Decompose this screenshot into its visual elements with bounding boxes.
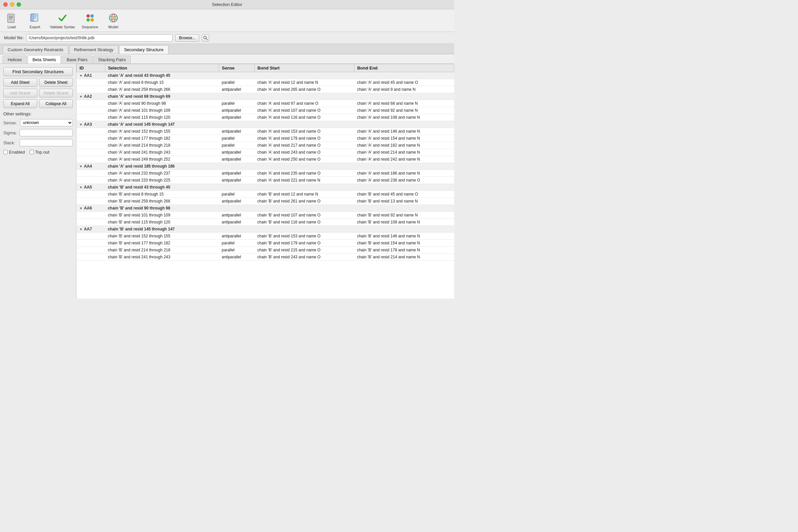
row-sense-cell: antiparallel (219, 170, 255, 177)
table-row[interactable]: chain 'A' and resid 232 through 237 anti… (77, 170, 454, 177)
tab-secondary-structure[interactable]: Secondary Structure (119, 45, 169, 54)
maximize-button[interactable] (17, 2, 21, 7)
row-selection-cell: chain 'B' and resid 115 through 120 (105, 219, 219, 226)
table-row[interactable]: chain 'A' and resid 177 through 182 para… (77, 135, 454, 142)
tab-base-pairs[interactable]: Base Pairs (61, 56, 92, 63)
group-bond-end-cell (355, 72, 454, 79)
table-row[interactable]: chain 'A' and resid 101 through 109 anti… (77, 107, 454, 114)
group-selection-cell: chain 'A' and resid 43 through 45 (105, 72, 219, 79)
svg-rect-9 (34, 18, 36, 19)
slack-input[interactable] (20, 139, 73, 146)
table-row[interactable]: chain 'A' and resid 249 through 252 anti… (77, 156, 454, 163)
table-row[interactable]: ▼AA4 chain 'A' and resid 185 through 186 (77, 163, 454, 170)
load-icon (6, 12, 18, 24)
table-row[interactable]: ▼AA2 chain 'A' and resid 68 through 69 (77, 93, 454, 100)
top-out-checkbox[interactable] (30, 150, 34, 154)
row-sense-cell: antiparallel (219, 219, 255, 226)
row-selection-cell: chain 'A' and resid 232 through 237 (105, 170, 219, 177)
enabled-checkbox[interactable] (3, 150, 8, 154)
toolbar: Load Export Validate Syntax (0, 9, 454, 32)
table-row[interactable]: chain 'A' and resid 214 through 218 para… (77, 142, 454, 149)
search-button[interactable] (202, 34, 209, 41)
table-row[interactable]: ▼AA5 chain 'B' and resid 43 through 45 (77, 184, 454, 191)
collapse-all-button[interactable]: Collapse All (39, 99, 73, 108)
group-bond-start-cell (255, 121, 355, 128)
svg-rect-3 (9, 19, 12, 19)
table-row[interactable]: chain 'B' and resid 259 through 266 anti… (77, 198, 454, 205)
table-row[interactable]: chain 'A' and resid 241 through 243 anti… (77, 149, 454, 156)
group-selection-cell: chain 'B' and resid 145 through 147 (105, 226, 219, 233)
table-row[interactable]: chain 'A' and resid 115 through 120 anti… (77, 114, 454, 121)
add-sheet-button[interactable]: Add Sheet (3, 78, 37, 87)
table-row[interactable]: ▼AA1 chain 'A' and resid 43 through 45 (77, 72, 454, 79)
row-id-cell (77, 86, 106, 93)
load-button[interactable]: Load (3, 12, 20, 29)
tab-helices[interactable]: Helices (3, 56, 27, 63)
row-bond-start-cell: chain 'B' and resid 261 and name O (255, 198, 355, 205)
sense-select[interactable]: unknown parallel antiparallel (20, 119, 73, 126)
row-bond-start-cell: chain 'B' and resid 153 and name O (255, 233, 355, 240)
export-button[interactable]: Export (26, 12, 43, 29)
tab-refinement-strategy[interactable]: Refinement Strategy (69, 45, 119, 54)
row-sense-cell: antiparallel (219, 128, 255, 135)
table-row[interactable]: chain 'B' and resid 152 through 155 anti… (77, 233, 454, 240)
row-bond-start-cell: chain 'B' and resid 107 and name O (255, 212, 355, 219)
row-id-cell (77, 100, 106, 107)
browse-button[interactable]: Browse... (175, 34, 199, 41)
table-area[interactable]: ID Selection Sense Bond Start Bond End ▼… (76, 64, 454, 299)
table-row[interactable]: chain 'B' and resid 241 through 243 anti… (77, 254, 454, 261)
table-row[interactable]: chain 'B' and resid 214 through 218 para… (77, 247, 454, 254)
sequence-button[interactable]: Sequence (82, 12, 98, 29)
tab-custom-geometry[interactable]: Custom Geometry Restraints (3, 45, 69, 54)
table-row[interactable]: chain 'A' and resid 152 through 155 anti… (77, 128, 454, 135)
row-bond-end-cell: chain 'A' and resid 236 and name O (355, 177, 454, 184)
group-sense-cell (219, 205, 255, 212)
delete-sheet-button[interactable]: Delete Sheet (39, 78, 73, 87)
expand-all-button[interactable]: Expand All (3, 99, 37, 108)
add-strand-button[interactable]: Add Strand (3, 89, 37, 97)
table-row[interactable]: ▼AA7 chain 'B' and resid 145 through 147 (77, 226, 454, 233)
table-row[interactable]: chain 'A' and resid 90 through 98 parall… (77, 100, 454, 107)
model-button[interactable]: Model (105, 12, 122, 29)
row-bond-end-cell: chain 'B' and resid 154 and name N (355, 240, 454, 247)
row-selection-cell: chain 'A' and resid 101 through 109 (105, 107, 219, 114)
close-button[interactable] (3, 2, 8, 7)
main-content: Find Secondary Structures Add Sheet Dele… (0, 64, 454, 299)
row-sense-cell: antiparallel (219, 86, 255, 93)
tab-stacking-pairs[interactable]: Stacking Pairs (93, 56, 131, 63)
table-row[interactable]: chain 'B' and resid 101 through 109 anti… (77, 212, 454, 219)
row-id-cell (77, 156, 106, 163)
row-bond-start-cell: chain 'A' and resid 153 and name O (255, 128, 355, 135)
delete-strand-button[interactable]: Delete Strand (39, 89, 73, 97)
table-row[interactable]: chain 'B' and resid 8 through 15 paralle… (77, 191, 454, 198)
export-label: Export (30, 25, 40, 29)
validate-syntax-button[interactable]: Validate Syntax (50, 12, 75, 29)
row-selection-cell: chain 'B' and resid 241 through 243 (105, 254, 219, 261)
row-id-cell (77, 177, 106, 184)
row-sense-cell: antiparallel (219, 149, 255, 156)
row-bond-start-cell: chain 'A' and resid 217 and name O (255, 142, 355, 149)
minimize-button[interactable] (10, 2, 14, 7)
row-id-cell (77, 254, 106, 261)
table-row[interactable]: ▼AA3 chain 'A' and resid 145 through 147 (77, 121, 454, 128)
row-bond-end-cell: chain 'A' and resid 214 and name N (355, 149, 454, 156)
table-row[interactable]: chain 'B' and resid 115 through 120 anti… (77, 219, 454, 226)
row-bond-end-cell: chain 'A' and resid 45 and name O (355, 79, 454, 86)
sigma-label: Sigma: (3, 130, 17, 135)
table-row[interactable]: chain 'A' and resid 220 through 225 anti… (77, 177, 454, 184)
table-row[interactable]: chain 'A' and resid 8 through 15 paralle… (77, 79, 454, 86)
table-row[interactable]: chain 'B' and resid 177 through 182 para… (77, 240, 454, 247)
top-out-checkbox-label[interactable]: Top out (30, 150, 50, 155)
table-row[interactable]: ▼AA6 chain 'B' and resid 90 through 98 (77, 205, 454, 212)
col-header-sense: Sense (219, 64, 255, 72)
enabled-checkbox-label[interactable]: Enabled (3, 150, 25, 155)
table-row[interactable]: chain 'A' and resid 259 through 266 anti… (77, 86, 454, 93)
group-sense-cell (219, 93, 255, 100)
model-file-input[interactable] (26, 34, 173, 41)
row-sense-cell: antiparallel (219, 233, 255, 240)
sigma-input[interactable] (20, 129, 73, 136)
tab-beta-sheets[interactable]: Beta Sheets (27, 56, 61, 63)
find-secondary-structures-button[interactable]: Find Secondary Structures (3, 67, 73, 76)
group-bond-end-cell (355, 226, 454, 233)
row-bond-start-cell: chain 'A' and resid 12 and name N (255, 79, 355, 86)
